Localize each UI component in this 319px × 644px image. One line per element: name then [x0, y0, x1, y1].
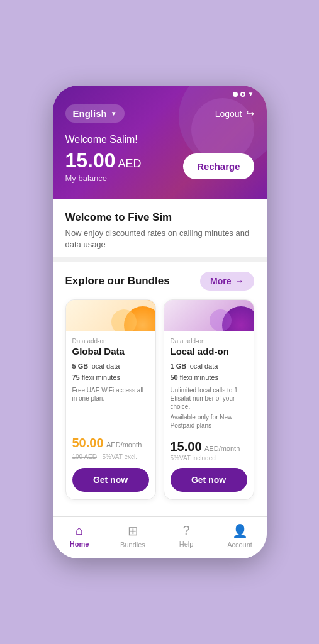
header-top: English ▼ Logout ↪: [65, 104, 254, 123]
phone-container: ▼ English ▼ Logout ↪ Welcome Salim! 15.0…: [53, 86, 267, 558]
local-get-now-button[interactable]: Get now: [171, 468, 247, 492]
global-old-price-row: 100 AED 5%VAT excl.: [72, 450, 149, 462]
local-card-body: Data add-on Local add-on 1 GB local data…: [164, 331, 254, 435]
local-price-row: 15.00 AED/month: [171, 440, 247, 454]
local-price-section: 15.00 AED/month 5%VAT included: [164, 435, 254, 465]
main-content: Welcome to Five Sim Now enjoy discounted…: [53, 199, 267, 516]
balance-number: 15.00: [65, 149, 116, 172]
section-divider: [53, 257, 267, 262]
balance-label: My balance: [65, 174, 142, 183]
signal-dot-1: [233, 92, 238, 97]
global-get-now-button[interactable]: Get now: [72, 468, 149, 492]
help-label: Help: [179, 540, 194, 548]
local-card-desc-2: Available only for New Postpaid plans: [171, 413, 247, 430]
local-price-unit: AED/month: [203, 445, 240, 452]
local-addon-card: Data add-on Local add-on 1 GB local data…: [164, 299, 254, 500]
global-card-name: Global Data: [72, 346, 149, 357]
local-feature-minutes: 50 flexi minutes: [171, 373, 247, 382]
balance-row: 15.00AED My balance Recharge: [65, 149, 254, 183]
logout-label: Logout: [215, 109, 242, 119]
wifi-icon: ▼: [248, 91, 254, 97]
bundles-label: Bundles: [120, 541, 145, 548]
balance-currency: AED: [118, 157, 142, 170]
local-card-graphic: [164, 300, 254, 331]
global-vat: 5%VAT excl.: [102, 453, 137, 460]
recharge-button[interactable]: Recharge: [183, 153, 254, 179]
local-card-desc-1: Unlimited local calls to 1 Etisalat numb…: [171, 386, 247, 411]
global-price-row: 50.00 AED/month: [72, 436, 149, 450]
status-bar: ▼: [53, 86, 267, 97]
local-card-type: Data add-on: [171, 338, 247, 345]
nav-item-home[interactable]: ⌂ Home: [53, 523, 106, 548]
header-section: English ▼ Logout ↪ Welcome Salim! 15.00A…: [53, 86, 267, 199]
chevron-down-icon: ▼: [111, 110, 117, 117]
nav-item-account[interactable]: 👤 Account: [213, 523, 267, 548]
bundles-header: Explore our Bundles More →: [65, 272, 254, 291]
bundles-section: Explore our Bundles More → SPECIAL OFFER…: [53, 262, 267, 516]
global-price-section: 50.00 AED/month 100 AED 5%VAT excl.: [66, 431, 155, 465]
home-label: Home: [70, 540, 89, 548]
nav-item-help[interactable]: ? Help: [160, 523, 213, 548]
global-price: 50.00 AED/month: [72, 436, 142, 450]
bundles-title: Explore our Bundles: [65, 275, 170, 287]
balance-amount: 15.00AED: [65, 149, 142, 172]
balance-info: 15.00AED My balance: [65, 149, 142, 183]
global-card-graphic: [66, 300, 155, 331]
account-icon: 👤: [232, 523, 248, 538]
local-card-name: Local add-on: [171, 346, 247, 357]
global-old-price: 100 AED: [72, 453, 97, 460]
welcome-title: Welcome to Five Sim: [65, 211, 254, 224]
global-price-unit: AED/month: [105, 441, 142, 448]
more-label: More: [210, 276, 231, 286]
global-data-card: SPECIAL OFFER Data add-on Global Data 5 …: [65, 299, 156, 500]
logout-icon: ↪: [246, 108, 254, 119]
language-selector[interactable]: English ▼: [65, 104, 125, 123]
more-button[interactable]: More →: [200, 272, 254, 291]
status-icons: ▼: [233, 91, 254, 97]
bundle-cards-row: SPECIAL OFFER Data add-on Global Data 5 …: [65, 299, 254, 510]
home-icon: ⌂: [76, 523, 83, 538]
global-card-type: Data add-on: [72, 338, 149, 345]
global-feature-minutes: 75 flexi minutes: [72, 373, 149, 382]
welcome-section: Welcome to Five Sim Now enjoy discounted…: [53, 199, 267, 257]
local-price: 15.00 AED/month: [171, 440, 240, 453]
help-icon: ?: [182, 523, 189, 538]
welcome-greeting: Welcome Salim!: [65, 134, 254, 145]
bundles-icon: ⊞: [128, 523, 138, 538]
signal-dot-2: [240, 92, 245, 97]
global-feature-data: 5 GB local data: [72, 362, 149, 370]
global-card-desc: Free UAE WiFi access all in one plan.: [72, 386, 149, 426]
global-card-body: Data add-on Global Data 5 GB local data …: [66, 331, 155, 431]
local-vat: 5%VAT included: [171, 455, 247, 462]
welcome-description: Now enjoy discounted rates on calling mi…: [65, 228, 254, 250]
nav-item-bundles[interactable]: ⊞ Bundles: [106, 523, 160, 548]
arrow-right-icon: →: [235, 276, 244, 286]
graphic-circle-2: [111, 309, 137, 331]
local-feature-data: 1 GB local data: [171, 362, 247, 370]
language-label: English: [73, 108, 107, 119]
account-label: Account: [227, 541, 252, 548]
bottom-navigation: ⌂ Home ⊞ Bundles ? Help 👤 Account: [53, 516, 267, 558]
local-graphic-circle-2: [210, 309, 232, 331]
logout-button[interactable]: Logout ↪: [215, 108, 254, 119]
